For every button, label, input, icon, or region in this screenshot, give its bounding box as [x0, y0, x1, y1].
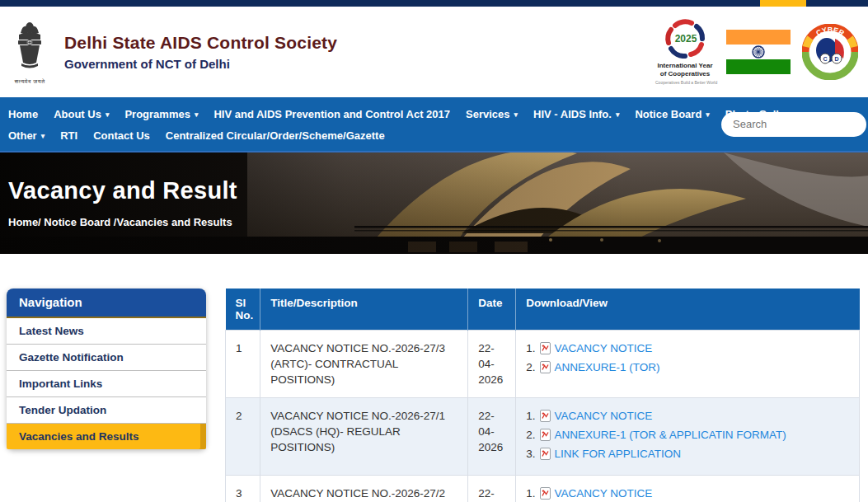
nav-item-programmes[interactable]: Programmes▾ [124, 106, 198, 124]
download-line: 3.LINK FOR APPLICATION [526, 446, 849, 462]
download-link-vacancy-notice[interactable]: VACANCY NOTICE [555, 486, 653, 501]
nav-item-hiv-aids-info[interactable]: HIV - AIDS Info.▾ [533, 106, 619, 124]
top-bar-gold-accent [760, 0, 806, 7]
pdf-icon [540, 410, 551, 422]
cell-download-view: 1.VACANCY NOTICE2.ANNEXURE-1 (TOR)3.LINK… [516, 476, 860, 502]
column-header-download: Download/View [516, 289, 860, 331]
pdf-icon [540, 342, 551, 354]
sidebar-navigation: Navigation Latest NewsGazette Notificati… [7, 289, 206, 449]
chevron-down-icon: ▾ [195, 110, 199, 119]
pdf-icon [540, 448, 551, 460]
content-area: Navigation Latest NewsGazette Notificati… [0, 289, 868, 502]
chevron-down-icon: ▾ [514, 110, 518, 119]
column-header-title: Title/Description [260, 289, 468, 331]
breadcrumb[interactable]: Home/ Notice Board /Vacancies and Result… [8, 216, 232, 228]
download-line: 1.VACANCY NOTICE [526, 340, 849, 356]
pdf-icon [540, 361, 551, 373]
svg-text:2025: 2025 [675, 33, 697, 45]
nav-item-about-us[interactable]: About Us▾ [54, 106, 109, 124]
nav-item-notice-board[interactable]: Notice Board▾ [635, 106, 709, 124]
nav-item-home[interactable]: Home [8, 106, 38, 124]
download-number: 3. [526, 446, 535, 462]
download-number: 2. [526, 427, 535, 443]
header-logos: 2025 International Year of Cooperatives … [655, 19, 861, 85]
sidebar-item-important-links[interactable]: Important Links [7, 371, 206, 397]
org-titles: Delhi State AIDS Control Society Governm… [64, 33, 337, 71]
vacancy-table-body: 1VACANCY NOTICE NO.-2026-27/3 (ARTC)- CO… [226, 331, 860, 502]
chevron-down-icon: ▾ [41, 132, 45, 140]
vacancy-table-wrap: Sl No. Title/Description Date Download/V… [225, 289, 860, 502]
download-link-vacancy-notice[interactable]: VACANCY NOTICE [555, 408, 653, 424]
nav-item-services[interactable]: Services▾ [466, 106, 518, 124]
emblem-caption: सत्यमेव जयते [8, 78, 51, 85]
org-name: Delhi State AIDS Control Society [64, 33, 337, 53]
table-row: 3VACANCY NOTICE NO.-2026-27/2 (DSACS (HQ… [226, 476, 860, 502]
pdf-icon [540, 410, 551, 422]
indian-flag-icon [726, 30, 791, 74]
site-header: सत्यमेव जयते Delhi State AIDS Control So… [0, 7, 868, 97]
chevron-down-icon: ▾ [706, 110, 710, 119]
coop-tagline: Cooperatives Build a Better World [655, 80, 715, 85]
column-header-sl-no: Sl No. [226, 289, 260, 331]
main-navigation: HomeAbout Us▾Programmes▾HIV and AIDS Pre… [0, 97, 868, 151]
org-subtitle: Government of NCT of Delhi [64, 57, 337, 71]
download-line: 2.ANNEXURE-1 (TOR & APPLICATIN FORMAT) [526, 427, 849, 443]
page: सत्यमेव जयते Delhi State AIDS Control So… [0, 0, 868, 502]
cell-sl-no: 2 [226, 398, 260, 476]
sidebar-item-vacancies-and-results[interactable]: Vacancies and Results [7, 424, 206, 449]
cell-download-view: 1.VACANCY NOTICE2.ANNEXURE-1 (TOR & APPL… [516, 398, 860, 476]
sidebar-title: Navigation [7, 289, 206, 318]
nav-item-hiv-and-aids-prevention-and-control-act-2017[interactable]: HIV and AIDS Prevention and Control Act … [213, 106, 450, 124]
table-row: 1VACANCY NOTICE NO.-2026-27/3 (ARTC)- CO… [226, 331, 860, 398]
download-number: 2. [526, 359, 535, 375]
pdf-icon [540, 429, 551, 441]
sidebar-item-latest-news[interactable]: Latest News [7, 318, 206, 345]
page-title: Vacancy and Result [8, 177, 237, 204]
sidebar-item-gazette-notification[interactable]: Gazette Notification [7, 345, 206, 371]
top-bar [0, 0, 868, 7]
cell-title-description: VACANCY NOTICE NO.-2026-27/2 (DSACS (HQ)… [260, 476, 468, 502]
sidebar-list: Latest NewsGazette NotificationImportant… [7, 318, 206, 449]
nav-item-other[interactable]: Other▾ [8, 127, 45, 145]
nav-item-contact-us[interactable]: Contact Us [93, 127, 150, 145]
download-number: 1. [526, 486, 535, 501]
cell-date: 22-04-2026 [468, 476, 516, 502]
pdf-icon [540, 448, 551, 460]
coop-line1: International Year [655, 62, 715, 70]
national-emblem-logo: सत्यमेव जयते [8, 20, 51, 85]
cell-date: 22-04-2026 [468, 331, 516, 398]
national-emblem-icon [11, 20, 49, 74]
download-link-vacancy-notice[interactable]: VACANCY NOTICE [555, 340, 653, 356]
download-number: 1. [526, 340, 535, 356]
nav-item-rti[interactable]: RTI [60, 127, 77, 145]
pdf-icon [540, 487, 551, 500]
download-link-link-for-application[interactable]: LINK FOR APPLICATION [555, 446, 682, 462]
pdf-icon [540, 487, 551, 500]
download-link-annexure-1-tor-applicatin-format[interactable]: ANNEXURE-1 (TOR & APPLICATIN FORMAT) [555, 427, 786, 443]
vacancy-table: Sl No. Title/Description Date Download/V… [225, 289, 860, 502]
cooperatives-2025-icon: 2025 [664, 19, 706, 59]
pdf-icon [540, 361, 551, 373]
download-line: 1.VACANCY NOTICE [526, 408, 849, 424]
download-line: 1.VACANCY NOTICE [526, 486, 849, 501]
sidebar-item-tender-updation[interactable]: Tender Updation [7, 397, 206, 424]
search-pill [721, 112, 866, 137]
search-input[interactable] [721, 112, 866, 137]
chevron-down-icon: ▾ [106, 110, 110, 119]
cell-download-view: 1.VACANCY NOTICE2.ANNEXURE-1 (TOR) [516, 331, 860, 398]
cell-sl-no: 1 [226, 331, 260, 398]
cell-title-description: VACANCY NOTICE NO.-2026-27/1 (DSACS (HQ)… [260, 398, 468, 476]
chevron-down-icon: ▾ [616, 110, 620, 119]
coop-line2: of Cooperatives [655, 70, 715, 78]
cyber-dost-logo: C D CYBER DOST [802, 24, 858, 80]
svg-text:D: D [834, 56, 838, 62]
column-header-date: Date [468, 289, 516, 331]
pdf-icon [540, 429, 551, 441]
download-link-annexure-1-tor[interactable]: ANNEXURE-1 (TOR) [555, 359, 660, 375]
cell-sl-no: 3 [226, 476, 260, 502]
nav-item-centralized-circular-order-scheme-gazette[interactable]: Centralized Circular/Order/Scheme/Gazett… [166, 127, 385, 145]
svg-text:C: C [823, 56, 827, 62]
download-line: 2.ANNEXURE-1 (TOR) [526, 359, 849, 375]
cooperatives-2025-logo: 2025 International Year of Cooperatives … [655, 19, 715, 85]
download-number: 1. [526, 408, 535, 424]
